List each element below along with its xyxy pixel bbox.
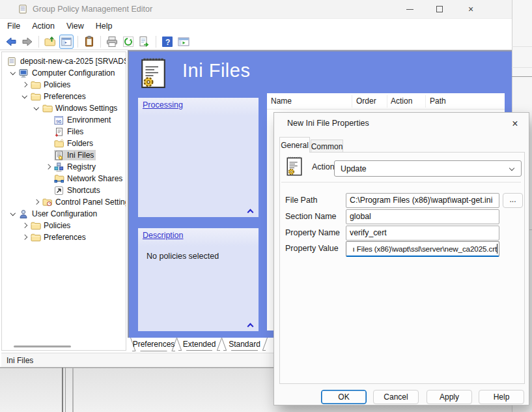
tree-item-windows-settings[interactable]: Windows Settings (31, 102, 119, 114)
tab-common[interactable]: Common (311, 140, 343, 153)
description-link[interactable]: Description (143, 231, 184, 240)
show-console-tree-icon[interactable] (59, 35, 74, 49)
tree-item-user-preferences[interactable]: Preferences (19, 231, 88, 243)
apply-button[interactable]: Apply (427, 390, 472, 404)
file-path-input[interactable]: C:\Program Files (x86)\wapt\wapt-get.ini (346, 193, 499, 208)
tree-item-shortcuts[interactable]: Shortcuts (42, 184, 102, 196)
column-action[interactable]: Action (391, 96, 412, 106)
column-path[interactable]: Path (430, 96, 446, 106)
svg-text:?: ? (165, 37, 170, 46)
forward-icon[interactable] (20, 35, 35, 49)
refresh-icon[interactable] (121, 35, 135, 49)
chevron-down-icon (509, 166, 514, 171)
back-icon[interactable] (4, 35, 18, 49)
action-value: Update (341, 164, 367, 173)
tree-item-user-configuration[interactable]: User Configuration (7, 208, 99, 220)
description-text: No policies selected (147, 252, 219, 261)
general-tab-page (279, 152, 525, 384)
close-icon: × (468, 4, 473, 14)
separator (281, 182, 521, 183)
ini-file-dialog-icon (285, 156, 305, 177)
tree-item-gpo-root[interactable]: deposit-new-ca-2025 [SRVADS.J (7, 55, 126, 67)
print-icon[interactable] (105, 35, 119, 49)
app-icon (18, 4, 28, 14)
property-value-label: Property Value (285, 244, 339, 253)
menu-view[interactable]: View (61, 19, 90, 33)
menu-file[interactable]: File (1, 19, 26, 33)
close-button[interactable]: × (456, 0, 486, 18)
chevron-down-icon[interactable] (7, 67, 19, 79)
chevron-down-icon[interactable] (31, 102, 42, 114)
environment-icon: 96 (54, 115, 65, 125)
tab-general[interactable]: General (279, 137, 310, 153)
menu-help[interactable]: Help (90, 19, 119, 33)
dialog-title: New Ini File Properties (287, 119, 369, 128)
chevron-right-icon[interactable] (42, 161, 54, 173)
network-shares-icon (54, 173, 65, 184)
text-cursor (497, 244, 497, 254)
processing-link[interactable]: Processing (143, 100, 183, 110)
window-title: Group Policy Management Editor (33, 5, 152, 14)
tree-item-control-panel-settings[interactable]: Control Panel Settings (31, 196, 126, 208)
column-order[interactable]: Order (356, 96, 376, 106)
cancel-button[interactable]: Cancel (373, 390, 419, 404)
background-row-line (512, 76, 532, 77)
title-bar[interactable]: Group Policy Management Editor × (0, 0, 512, 18)
tab-extended[interactable]: Extended (178, 338, 220, 351)
tree-item-user-policies[interactable]: Policies (19, 220, 72, 231)
dialog-close-button[interactable]: × (507, 116, 524, 132)
tree-item-ini-files[interactable]: Ini Files (42, 149, 96, 161)
tree-item-policies[interactable]: Policies (19, 79, 72, 91)
shortcuts-icon (54, 185, 65, 196)
property-value-input[interactable]: ı Files (x86)\wapt\ssl\server\new_ca2025… (346, 241, 499, 257)
file-path-label: File Path (285, 196, 317, 205)
up-one-level-icon[interactable] (43, 35, 57, 49)
chevron-right-icon[interactable] (19, 79, 31, 91)
ok-button[interactable]: OK (321, 390, 367, 404)
paste-icon[interactable] (82, 35, 96, 49)
scrollbar-thumb[interactable] (14, 346, 71, 347)
tree-item-registry[interactable]: Registry (42, 161, 98, 173)
chevron-down-icon[interactable] (19, 91, 31, 102)
column-name[interactable]: Name (271, 96, 292, 106)
chevron-down-icon[interactable] (7, 208, 19, 220)
background-row-line (512, 67, 532, 68)
list-header: Name Order Action Path (267, 93, 505, 110)
export-list-icon[interactable] (137, 35, 152, 49)
registry-icon (54, 162, 65, 172)
help-icon[interactable]: ? (160, 35, 175, 49)
chevron-right-icon[interactable] (19, 220, 31, 231)
section-name-input[interactable]: global (346, 209, 499, 224)
menu-bar: File Action View Help (0, 18, 512, 33)
background-window-edge (72, 368, 74, 412)
chevron-right-icon[interactable] (31, 196, 42, 208)
section-name-label: Section Name (285, 212, 337, 221)
tree-item-files[interactable]: Files (42, 126, 85, 138)
tree-item-folders[interactable]: Folders (42, 138, 95, 149)
folder-icon (31, 220, 42, 231)
tab-preferences[interactable]: Preferences (132, 338, 175, 351)
tree-horizontal-scrollbar[interactable] (5, 344, 123, 349)
menu-action[interactable]: Action (26, 19, 61, 33)
maximize-button[interactable] (425, 0, 455, 18)
screen: Group Policy Management Editor × File Ac… (0, 0, 532, 412)
folders-icon (54, 138, 65, 149)
chevron-right-icon[interactable] (19, 231, 31, 243)
property-name-input[interactable]: verify_cert (346, 226, 499, 241)
help-button[interactable]: Help (479, 390, 524, 404)
action-select[interactable]: Update (334, 160, 522, 177)
status-text: Ini Files (7, 356, 33, 365)
folder-icon (31, 91, 42, 102)
tree-item-environment[interactable]: 96 Environment (42, 114, 113, 126)
tree-item-computer-configuration[interactable]: Computer Configuration (7, 67, 117, 79)
tree-item-preferences[interactable]: Preferences (19, 91, 88, 102)
browse-button[interactable]: ... (503, 193, 523, 208)
collapse-chevron-icon[interactable] (247, 209, 254, 216)
computer-icon (19, 68, 30, 78)
collapse-chevron-icon[interactable] (247, 323, 254, 330)
show-console-window-icon[interactable] (176, 35, 191, 49)
minimize-button[interactable] (395, 0, 425, 18)
tab-standard[interactable]: Standard (223, 338, 266, 351)
ini-files-header-icon (139, 57, 170, 91)
tree-item-network-shares[interactable]: Network Shares (42, 173, 124, 184)
